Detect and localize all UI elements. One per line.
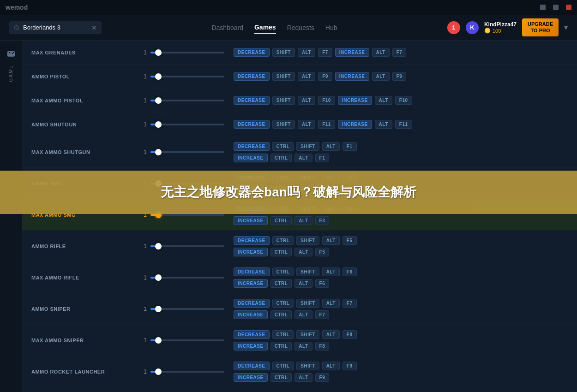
tab-games[interactable]: Games [254, 22, 276, 34]
slider-max-ammo-rifle[interactable] [150, 277, 224, 279]
key-alt: ALT [322, 330, 340, 339]
key-increase[interactable]: INCREASE [234, 279, 268, 288]
key-decrease[interactable]: DECREASE [234, 362, 270, 370]
overlay-banner: 无主之地修改器会ban吗？破解与风险全解析 [0, 171, 577, 214]
search-input[interactable] [23, 24, 88, 31]
key-alt2: ALT [375, 96, 392, 105]
svg-rect-2 [7, 51, 15, 57]
key-ctrl2: CTRL [270, 279, 292, 288]
key-increase[interactable]: INCREASE [335, 48, 369, 57]
key-decrease[interactable]: DECREASE [234, 96, 270, 105]
app-logo: wemod [6, 4, 28, 11]
key-increase[interactable]: INCREASE [338, 96, 372, 105]
cheat-value: 1 [133, 368, 147, 375]
notification-badge[interactable]: 1 [447, 21, 460, 34]
cheat-value: 1 [133, 243, 147, 249]
hotkey-area: DECREASE CTRL SHIFT ALT F7 INCREASE CTRL… [234, 299, 568, 319]
hotkey-area: DECREASE CTRL SHIFT ALT F9 INCREASE CTRL… [234, 362, 568, 382]
key-increase[interactable]: INCREASE [335, 72, 369, 81]
key-increase[interactable]: INCREASE [234, 373, 268, 382]
slider-max-ammo-shutgun[interactable] [150, 151, 224, 153]
hotkey-row-decrease: DECREASE SHIFT ALT F7 INCREASE ALT F7 [234, 48, 568, 57]
main-content: GAME MAX GRENADES 1 DECREASE SHIFT ALT F… [0, 41, 577, 392]
key-decrease[interactable]: DECREASE [234, 267, 270, 276]
key-fn: F7 [343, 299, 357, 308]
slider-max-grenades[interactable] [150, 52, 224, 53]
hotkey-row: DECREASE SHIFT ALT F9 INCREASE ALT F9 [234, 72, 568, 81]
key-alt2: ALT [372, 72, 390, 81]
slider-ammo-rocket-launcher[interactable] [150, 371, 224, 373]
clear-search-button[interactable]: ✕ [91, 24, 97, 31]
slider-ammo-pistol[interactable] [150, 76, 224, 77]
key-alt: ALT [322, 299, 340, 308]
sidebar-game-icon[interactable] [4, 46, 18, 61]
key-ctrl2: CTRL [270, 342, 292, 350]
key-ctrl2: CTRL [270, 248, 292, 256]
tab-hub[interactable]: Hub [325, 22, 337, 33]
key-decrease[interactable]: DECREASE [234, 72, 270, 81]
key-fn: F1 [343, 142, 357, 151]
key-increase[interactable]: INCREASE [234, 342, 268, 350]
cheat-name: MAX AMMO RIFLE [31, 275, 133, 280]
hotkey-row-increase: INCREASE CTRL ALT F5 [234, 248, 568, 256]
key-decrease[interactable]: DECREASE [234, 236, 270, 245]
hotkey-row-decrease: DECREASE CTRL SHIFT ALT F9 [234, 362, 568, 370]
cheat-value: 1 [133, 97, 147, 104]
sidebar-label: GAME [8, 65, 13, 82]
key-increase[interactable]: INCREASE [338, 120, 372, 129]
cheat-name: MAX AMMO SHUTGUN [31, 149, 133, 155]
key-fn2: F5 [315, 248, 330, 256]
key-increase[interactable]: INCREASE [234, 248, 268, 256]
key-fn2: F3 [315, 216, 330, 225]
titlebar: wemod [0, 0, 577, 15]
user-coins: 🪙 100 [484, 28, 517, 34]
key-shift: SHIFT [272, 48, 295, 57]
cheat-value: 1 [133, 121, 147, 128]
key-increase[interactable]: INCREASE [234, 216, 268, 225]
tab-requests[interactable]: Requests [287, 22, 314, 33]
avatar: K [466, 21, 479, 34]
key-alt2: ALT [375, 120, 392, 129]
search-box[interactable]: ✕ [9, 21, 102, 34]
cheat-name: AMMO RIFLE [31, 244, 133, 249]
slider-max-ammo-sniper[interactable] [150, 339, 224, 341]
minimize-button[interactable] [540, 5, 546, 10]
maximize-button[interactable] [553, 5, 559, 10]
key-increase[interactable]: INCREASE [234, 310, 268, 319]
svg-point-4 [12, 52, 14, 53]
upgrade-button[interactable]: UPGRADE TO PRO [522, 18, 559, 36]
key-alt2: ALT [295, 216, 312, 225]
key-decrease[interactable]: DECREASE [234, 299, 270, 308]
tab-dashboard[interactable]: Dashboard [211, 22, 243, 33]
key-ctrl2: CTRL [270, 373, 292, 382]
key-decrease[interactable]: DECREASE [234, 48, 270, 57]
close-button[interactable] [566, 5, 571, 10]
cheat-value: 1 [133, 49, 147, 56]
search-icon [14, 24, 19, 31]
hotkey-row-increase: INCREASE CTRL ALT F1 [234, 154, 568, 162]
key-shift: SHIFT [296, 142, 319, 151]
slider-max-ammo-pistol[interactable] [150, 100, 224, 101]
key-decrease[interactable]: DECREASE [234, 142, 270, 151]
chevron-down-icon[interactable]: ▾ [564, 23, 568, 32]
key-fn: F11 [318, 120, 335, 129]
key-ctrl: CTRL [272, 299, 294, 308]
hotkey-row-increase: INCREASE CTRL ALT F3 [234, 216, 568, 225]
key-alt2: ALT [295, 373, 312, 382]
nav-tabs: Dashboard Games Requests Hub [211, 22, 337, 34]
slider-ammo-rifle[interactable] [150, 245, 224, 247]
cheat-value: 1 [133, 73, 147, 80]
key-increase[interactable]: INCREASE [234, 154, 268, 162]
key-decrease[interactable]: DECREASE [234, 120, 270, 129]
slider-ammo-sniper[interactable] [150, 308, 224, 310]
username: KindPlzza47 [484, 21, 517, 28]
key-decrease[interactable]: DECREASE [234, 330, 270, 339]
key-fn: F10 [318, 96, 335, 105]
hotkey-area: DECREASE CTRL SHIFT ALT F6 INCREASE CTRL… [234, 267, 568, 288]
hotkey-area: DECREASE CTRL SHIFT ALT F8 INCREASE CTRL… [234, 330, 568, 350]
slider-ammo-shutgun[interactable] [150, 124, 224, 125]
cheat-row-ammo-pistol: AMMO PISTOL 1 DECREASE SHIFT ALT F9 INCR… [22, 65, 577, 89]
hotkey-area: DECREASE CTRL SHIFT ALT F5 INCREASE CTRL… [234, 236, 568, 256]
cheat-name: MAX AMMO SNIPER [31, 338, 133, 343]
slider-max-ammo-smg[interactable] [150, 214, 224, 216]
